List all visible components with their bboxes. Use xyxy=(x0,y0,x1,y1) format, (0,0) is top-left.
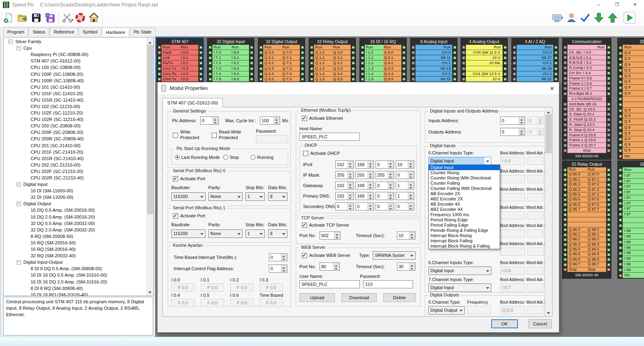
tree-item[interactable]: CPU 101 (SC-11410-00) xyxy=(4,84,146,90)
tab-status[interactable]: Status xyxy=(29,27,49,36)
ip-octet-spinner[interactable]: 255 xyxy=(376,171,394,179)
tree-item[interactable]: CPU 200F (SC-20808-20) xyxy=(4,129,146,135)
web-timeout-spinner[interactable]: 30 xyxy=(397,263,415,271)
tree-item[interactable]: CPU 100R (SC-10808-40) xyxy=(4,77,146,84)
dropdown-option[interactable]: Frequency 1000 ms. xyxy=(429,212,500,217)
run-icon[interactable] xyxy=(623,10,636,25)
module-card[interactable]: CommunicationRunCh. Slc. I 3.0S.B.N.E I … xyxy=(562,38,611,160)
download-button[interactable]: Download xyxy=(341,293,377,302)
tree-item[interactable]: Silver Family xyxy=(4,38,146,45)
dropdown-option[interactable]: Counter Falling With Directional xyxy=(429,186,500,191)
tree-scrollbar[interactable] xyxy=(146,38,154,296)
module-card[interactable]: 32 Relay OutputRunRunQ 1.0Q 3.0Q 1.1Q 3.… xyxy=(309,38,356,82)
tree-expander-icon[interactable] xyxy=(17,182,21,187)
tree-item[interactable]: 16 DI 16 DQ 2.0 Amp. (SM-31616-20) xyxy=(4,278,146,285)
minimize-button[interactable]: ─ xyxy=(590,0,608,9)
interrupt-slot-flag[interactable]: F 0.0 xyxy=(260,299,283,307)
outputs-address-spinner[interactable]: 0 xyxy=(500,128,525,136)
tree-expander-icon[interactable] xyxy=(17,260,21,265)
inputs-address-spinner[interactable]: 0 xyxy=(500,117,525,125)
home-icon[interactable] xyxy=(87,10,101,25)
tree-item[interactable]: Digital Input xyxy=(4,181,146,188)
tree-item[interactable]: 16 DQ 2.0 Amp. (SM-20016-20) xyxy=(4,214,146,220)
maximize-button[interactable]: ❐ xyxy=(608,0,626,9)
ip-octet-spinner[interactable]: 192 xyxy=(335,192,354,200)
web-password-input[interactable]: 123 xyxy=(363,280,413,288)
tree-item[interactable]: 16 DI 16 RQ (SM-31616-40) xyxy=(4,292,146,296)
interrupt-slot-flag[interactable]: F 0.0 xyxy=(260,283,283,292)
serial1-activate-checkbox[interactable] xyxy=(173,213,178,219)
tree-item[interactable]: 8 RQ (SM-20008-50) xyxy=(4,233,146,240)
tree-item[interactable]: 32 RQ (SM-20032-40) xyxy=(4,252,146,259)
ip-octet-spinner[interactable]: 0 xyxy=(396,171,414,179)
interrupt-slot-flag[interactable]: F 0.0 xyxy=(201,283,224,292)
radio-last-running-mode[interactable] xyxy=(175,155,180,160)
ip-octet-spinner[interactable]: 10 xyxy=(396,160,414,169)
tree-item[interactable]: CPU 100 (SC-10808-00) xyxy=(4,64,146,71)
tree-item[interactable]: STM 407 (SC-01612-00) xyxy=(4,58,146,64)
ip-octet-spinner[interactable]: 1 xyxy=(396,192,414,200)
channel6-type-combo[interactable]: Digital Input xyxy=(428,267,491,275)
scroll-thumb[interactable] xyxy=(546,115,552,153)
tree-item[interactable]: 16 DQ 0.5 Amp. (SM-20016-00) xyxy=(4,207,146,213)
tree-item[interactable]: Raspberry Pi (SC-00808-00) xyxy=(4,51,146,58)
baudrate-combo[interactable]: 115200 xyxy=(171,229,206,238)
tree-item[interactable]: CPU 202R (SC-21210-40) xyxy=(4,175,146,181)
save-icon[interactable] xyxy=(29,10,43,25)
radio-stop[interactable] xyxy=(223,155,228,160)
scroll-up-arrow[interactable] xyxy=(147,38,154,44)
tab-hardware[interactable]: Hardware xyxy=(102,27,129,36)
module-card[interactable]: 4 AI / 2 AQRunCH 0IW 27CH 1IW 29CH 2IW 3… xyxy=(511,38,559,82)
ok-button[interactable]: OK xyxy=(491,319,518,328)
tree-item[interactable]: CPU 102R (SC-11210-40) xyxy=(4,116,146,123)
scroll-down-arrow[interactable] xyxy=(545,309,552,316)
read-write-protected-checkbox[interactable] xyxy=(212,133,217,138)
dropdown-option[interactable]: Interrupt Block Rising xyxy=(429,233,500,238)
ip-octet-spinner[interactable]: 0 xyxy=(376,160,394,169)
upload-from-plc-icon[interactable] xyxy=(606,10,619,25)
tcp-timeout-spinner[interactable]: 10 xyxy=(397,231,415,240)
data-bits-combo[interactable]: 8 xyxy=(268,192,287,201)
dropdown-option[interactable]: Interrupt Block Falling xyxy=(429,238,500,244)
tree-item[interactable]: 16 RQ (SM-20016-50) xyxy=(4,240,146,246)
baudrate-combo[interactable]: 115200 xyxy=(171,192,206,201)
radio-running[interactable] xyxy=(251,155,256,160)
time-based-interrupt-spinner[interactable]: 0 xyxy=(269,253,287,261)
interrupt-slot-flag[interactable]: F 0.0 xyxy=(171,299,195,307)
ip-octet-spinner[interactable]: 0 xyxy=(396,202,414,211)
tree-item[interactable]: 16 DI (SM-11600-00) xyxy=(4,188,146,194)
plc-address-spinner[interactable]: 0 xyxy=(200,117,219,125)
dialog-scrollbar[interactable] xyxy=(545,107,552,316)
tree-item[interactable]: Digital Output xyxy=(4,200,146,207)
scroll-down-arrow[interactable] xyxy=(147,289,154,296)
ip-octet-spinner[interactable]: 0 xyxy=(376,192,394,200)
write-protected-checkbox[interactable] xyxy=(173,133,178,138)
stop-bits-combo[interactable]: 1 xyxy=(245,229,265,238)
delete-button[interactable]: Delete xyxy=(383,293,415,302)
ip-octet-spinner[interactable]: 0 xyxy=(335,202,354,211)
dropdown-option[interactable]: Counter Rising xyxy=(429,170,500,175)
scroll-up-arrow[interactable] xyxy=(545,107,552,114)
module-card[interactable]: 32RunQ 9Q 9Q 9Q 9Q 9Q 9Q 9Q 9Q 9Q 9Q 9Q … xyxy=(617,38,644,160)
module-card[interactable]: 32 Digital OutputRunRunQ 5.0Q 7.0Q 5.1Q … xyxy=(258,38,305,82)
transfer-device-icon[interactable] xyxy=(551,10,565,25)
ip-octet-spinner[interactable]: 168 xyxy=(355,192,374,200)
dropdown-option[interactable]: ABZ Encoder 2X xyxy=(429,196,500,202)
dialog-close-icon[interactable]: ✕ xyxy=(545,82,559,94)
tree-item[interactable]: CPU 201F (SC-21410-20) xyxy=(4,149,146,155)
tree-item[interactable]: CPU 201R (SC-21410-40) xyxy=(4,155,146,162)
module-card[interactable]: 4 Analog OutputRunCH0 QW 11 5 V.10 V.20 … xyxy=(461,38,508,82)
dropdown-option[interactable]: Period Falling Edge xyxy=(429,223,500,228)
tree-item[interactable]: 16 RQ (SM-20016-40) xyxy=(4,246,146,252)
new-file-icon[interactable] xyxy=(2,10,16,25)
dropdown-option[interactable]: Interrupt Block Rising & Falling xyxy=(429,244,500,249)
module-card[interactable]: 8 Analog InputRunCH 0IW 11CH 1IW 13CH 2I… xyxy=(410,38,457,82)
upload-button[interactable]: Upload xyxy=(299,293,335,302)
dropdown-option[interactable]: Digital Input xyxy=(429,165,500,170)
ip-octet-spinner[interactable]: 192 xyxy=(335,160,354,169)
activate-ethernet-checkbox[interactable] xyxy=(302,116,307,121)
tree-item[interactable]: CPU 200R (SC-20808-40) xyxy=(4,135,146,142)
tree-item[interactable]: CPU 200 (SC-20808-00) xyxy=(4,123,146,129)
tree-item[interactable]: Cpu xyxy=(4,45,146,51)
cancel-button[interactable]: Cancel xyxy=(528,319,552,328)
